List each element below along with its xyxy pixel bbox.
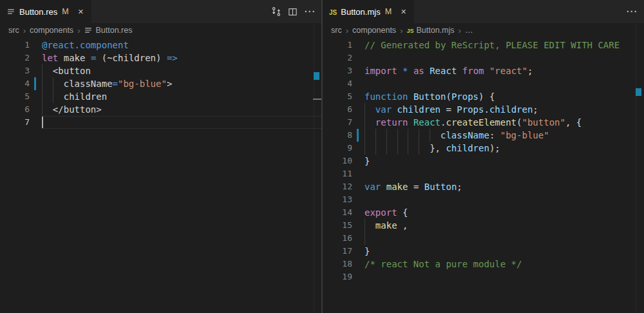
indent-guide	[365, 116, 365, 129]
js-icon: JS	[329, 7, 337, 17]
code-line-6[interactable]: 6 var children = Props.children;	[323, 103, 644, 116]
line-number: 7	[0, 116, 30, 129]
code-line-3[interactable]: 3 <button	[0, 64, 322, 77]
indent-guide	[419, 129, 419, 142]
breadcrumb: src›components›Button.res	[0, 23, 322, 37]
line-number: 18	[323, 258, 352, 270]
tab-label: Button.mjs	[341, 7, 380, 17]
code-line-13[interactable]: 13	[323, 193, 644, 206]
tab-label: Button.res	[19, 7, 57, 17]
indent-guide	[365, 103, 365, 116]
compare-changes-button[interactable]	[271, 6, 281, 17]
indent-guide	[386, 142, 387, 155]
code-line-17[interactable]: 17}	[323, 245, 644, 258]
line-number: 9	[323, 142, 352, 155]
git-modified-gutter-marker	[34, 77, 36, 90]
code-line-14[interactable]: 14export {	[323, 206, 644, 219]
breadcrumb-item-components[interactable]: components	[30, 26, 73, 35]
breadcrumb-separator: ›	[459, 26, 461, 35]
line-number: 14	[323, 206, 352, 219]
line-number: 1	[323, 39, 352, 52]
line-number: 4	[0, 77, 30, 90]
code-editor-button-res[interactable]: 1@react.component2let make = (~children)…	[0, 37, 322, 313]
indent-guide	[42, 103, 43, 116]
code-line-4[interactable]: 4 className="bg-blue">	[0, 77, 322, 90]
line-number: 17	[323, 245, 352, 258]
breadcrumb-item-button.mjs[interactable]: JSButton.mjs	[406, 26, 454, 35]
code-line-2[interactable]: 2let make = (~children) =>	[0, 52, 322, 64]
close-icon[interactable]: ✕	[399, 7, 408, 17]
code-line-10[interactable]: 10}	[323, 155, 644, 167]
breadcrumb-item-src[interactable]: src	[331, 26, 342, 35]
code-line-8[interactable]: 8 className: "bg-blue"	[323, 129, 644, 142]
overview-ruler-cursor-marker	[313, 99, 321, 100]
text-cursor	[42, 117, 43, 128]
indent-guide	[397, 142, 398, 155]
code-line-3[interactable]: 3import * as React from "react";	[323, 64, 644, 77]
code-line-7[interactable]: 7 return React.createElement("button", {	[323, 116, 644, 129]
indent-guide	[365, 232, 365, 245]
editor-group-left: Button.res M ✕ ⋯ src›components›Button.r…	[0, 0, 322, 313]
code-editor-button-mjs[interactable]: 1// Generated by ReScript, PLEASE EDIT W…	[323, 37, 644, 313]
git-modified-badge: M	[62, 7, 68, 16]
code-line-15[interactable]: 15 make ,	[323, 219, 644, 232]
breadcrumb-item-components[interactable]: components	[352, 26, 396, 35]
breadcrumb-item-button.res[interactable]: Button.res	[84, 26, 132, 35]
tab-button-mjs[interactable]: JS Button.mjs M ✕	[323, 0, 414, 23]
line-number: 5	[323, 90, 352, 103]
code-line-7[interactable]: 7	[0, 116, 322, 129]
overview-ruler-border	[636, 23, 636, 313]
breadcrumb-separator: ›	[400, 26, 402, 35]
line-number: 12	[323, 180, 352, 193]
line-number: 8	[323, 129, 352, 142]
indent-guide	[408, 142, 408, 155]
git-modified-gutter-marker	[357, 129, 359, 142]
indent-guide	[419, 142, 419, 155]
code-line-1[interactable]: 1@react.component	[0, 39, 322, 52]
line-number: 5	[0, 90, 30, 103]
more-actions-button[interactable]: ⋯	[626, 8, 638, 15]
code-line-16[interactable]: 16	[323, 232, 644, 245]
indent-guide	[375, 129, 376, 142]
split-editor-button[interactable]	[288, 7, 298, 17]
git-modified-badge: M	[385, 7, 392, 16]
code-line-4[interactable]: 4	[323, 77, 644, 90]
overview-ruler-border	[314, 23, 314, 313]
code-line-1[interactable]: 1// Generated by ReScript, PLEASE EDIT W…	[323, 39, 644, 52]
code-line-5[interactable]: 5 children	[0, 90, 322, 103]
code-line-2[interactable]: 2	[323, 52, 644, 64]
indent-guide	[42, 90, 43, 103]
line-number: 4	[323, 77, 352, 90]
line-number: 11	[323, 167, 352, 180]
breadcrumb-item-src[interactable]: src	[8, 26, 19, 35]
code-line-11[interactable]: 11	[323, 167, 644, 180]
indent-guide	[375, 142, 376, 155]
breadcrumb-separator: ›	[77, 26, 80, 35]
tab-bar: JS Button.mjs M ✕ ⋯	[323, 0, 644, 23]
line-number: 13	[323, 193, 352, 206]
editor-group-sash[interactable]	[321, 0, 323, 313]
js-icon: JS	[406, 26, 413, 35]
breadcrumb-item-[interactable]: …	[465, 26, 473, 35]
indent-guide	[430, 129, 430, 142]
tab-button-res[interactable]: Button.res M ✕	[0, 0, 91, 23]
indent-guide	[365, 129, 365, 142]
line-number: 10	[323, 155, 352, 167]
code-line-12[interactable]: 12var make = Button;	[323, 180, 644, 193]
editor-actions: ⋯	[271, 0, 322, 23]
indent-guide	[386, 129, 387, 142]
code-line-6[interactable]: 6 </button>	[0, 103, 322, 116]
editor-group-right: JS Button.mjs M ✕ ⋯ src›components›JSBut…	[323, 0, 644, 313]
code-line-18[interactable]: 18/* react Not a pure module */	[323, 258, 644, 270]
line-number: 3	[323, 64, 352, 77]
breadcrumb-separator: ›	[23, 26, 26, 35]
more-actions-button[interactable]: ⋯	[304, 8, 316, 15]
tab-bar: Button.res M ✕ ⋯	[0, 0, 322, 23]
code-line-19[interactable]: 19	[323, 270, 644, 283]
code-line-9[interactable]: 9 }, children);	[323, 142, 644, 155]
code-line-5[interactable]: 5function Button(Props) {	[323, 90, 644, 103]
line-number: 16	[323, 232, 352, 245]
vscode-workbench: Button.res M ✕ ⋯ src›components›Button.r…	[0, 0, 644, 313]
file-list-icon	[84, 26, 93, 35]
close-icon[interactable]: ✕	[77, 7, 85, 17]
